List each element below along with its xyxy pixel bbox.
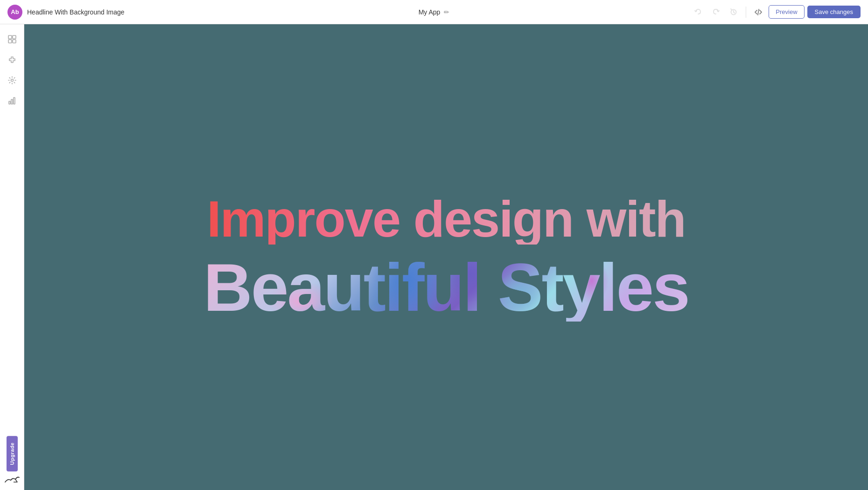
upgrade-tab[interactable]: Upgrade bbox=[7, 436, 18, 471]
topbar-left: Ab Headline With Background Image bbox=[7, 5, 431, 20]
history-button[interactable] bbox=[726, 5, 741, 20]
svg-point-6 bbox=[11, 79, 13, 82]
app-name: My App bbox=[419, 8, 441, 16]
preview-button[interactable]: Preview bbox=[769, 5, 804, 19]
sidebar-item-analytics[interactable] bbox=[3, 91, 21, 110]
code-button[interactable] bbox=[751, 5, 766, 20]
canvas-area: Improve design with Beautiful Styles bbox=[24, 24, 868, 490]
sidebar-item-layout[interactable] bbox=[3, 30, 21, 49]
svg-rect-2 bbox=[8, 35, 12, 39]
redo-button[interactable] bbox=[708, 5, 723, 20]
headline-line1: Improve design with bbox=[207, 193, 685, 245]
svg-rect-3 bbox=[13, 35, 16, 39]
topbar-right: Preview Save changes bbox=[437, 5, 861, 20]
svg-rect-7 bbox=[9, 101, 10, 104]
topbar-center: My App ✏ bbox=[419, 8, 450, 16]
sidebar-item-plugins[interactable] bbox=[3, 50, 21, 69]
main-layout: Upgrade Improve design with Beautiful St… bbox=[0, 24, 868, 490]
sidebar-bottom: Upgrade bbox=[4, 436, 21, 484]
svg-rect-8 bbox=[11, 99, 13, 104]
page-title: Headline With Background Image bbox=[27, 8, 125, 16]
toolbar-divider bbox=[746, 7, 746, 18]
sidebar-item-settings[interactable] bbox=[3, 71, 21, 90]
headline-line2: Beautiful Styles bbox=[203, 254, 689, 322]
topbar: Ab Headline With Background Image My App… bbox=[0, 0, 868, 24]
sidebar: Upgrade bbox=[0, 24, 24, 490]
svg-line-1 bbox=[758, 9, 759, 15]
undo-button[interactable] bbox=[691, 5, 706, 20]
edit-icon[interactable]: ✏ bbox=[444, 8, 449, 16]
bird-icon bbox=[4, 475, 21, 484]
svg-rect-5 bbox=[13, 40, 16, 43]
svg-rect-9 bbox=[14, 98, 15, 104]
save-changes-button[interactable]: Save changes bbox=[807, 6, 861, 18]
avatar: Ab bbox=[7, 5, 22, 20]
svg-rect-4 bbox=[8, 40, 12, 43]
headline-container: Improve design with Beautiful Styles bbox=[203, 193, 689, 322]
